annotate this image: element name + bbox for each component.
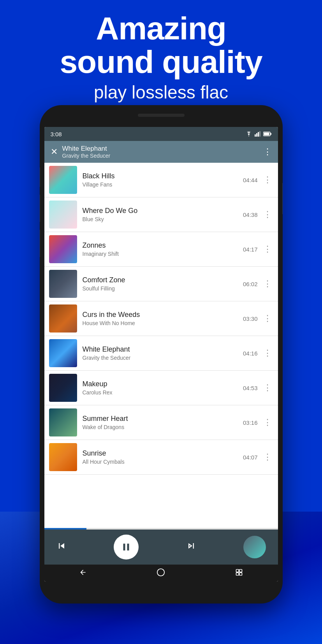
track-album-6: Carolus Rex [83,389,243,396]
status-time: 3:08 [51,131,62,137]
track-more-button-4[interactable]: ⋮ [262,312,273,325]
progress-bar[interactable] [44,528,278,530]
phone-screen: 3:08 [44,127,278,582]
header-line1: Amazing sound quality [0,12,322,79]
track-item-0[interactable]: Black HillsVillage Fans04:44⋮ [44,163,278,197]
back-button[interactable] [79,568,87,578]
now-playing-bar[interactable]: ✕ White Elephant Gravity the Seducer ⋮ [44,141,278,163]
track-album-art-0 [49,166,77,194]
bottom-player [44,530,278,565]
track-album-7: Wake of Dragons [83,424,243,430]
track-duration-6: 04:53 [243,385,258,391]
track-more-button-2[interactable]: ⋮ [262,243,273,256]
track-album-art-2 [49,235,77,263]
track-album-art-8 [49,443,77,471]
track-item-3[interactable]: Comfort ZoneSoulful Filling06:02⋮ [44,267,278,301]
track-info-1: Where Do We GoBlue Sky [83,207,243,222]
track-info-4: Curs in the WeedsHouse With No Home [83,311,243,326]
track-name-2: Zonnes [83,241,243,250]
track-info-0: Black HillsVillage Fans [83,172,243,188]
track-duration-5: 04:16 [243,350,258,357]
svg-rect-10 [236,572,239,575]
track-name-4: Curs in the Weeds [83,311,243,319]
svg-point-7 [157,568,164,575]
track-album-art-5 [49,339,77,367]
now-playing-subtitle: Gravity the Seducer [62,153,263,159]
track-more-button-8[interactable]: ⋮ [262,450,273,464]
track-item-2[interactable]: ZonnesImaginary Shift04:17⋮ [44,232,278,267]
track-more-button-0[interactable]: ⋮ [262,173,273,187]
close-button[interactable]: ✕ [51,147,58,157]
phone-speaker [138,114,185,117]
status-icons [245,131,272,137]
track-duration-3: 06:02 [243,281,258,287]
track-album-art-7 [49,408,77,436]
next-button[interactable] [186,540,197,554]
track-album-3: Soulful Filling [83,285,243,292]
track-album-8: All Hour Cymbals [83,459,243,465]
battery-icon [263,132,272,136]
track-item-6[interactable]: MakeupCarolus Rex04:53⋮ [44,371,278,405]
track-album-4: House With No Home [83,320,243,326]
header-subtitle: play lossless flac [0,82,322,103]
signal-icon [255,131,261,137]
wifi-icon [245,131,252,137]
track-list: Black HillsVillage Fans04:44⋮Where Do We… [44,163,278,528]
pause-button[interactable] [114,535,139,560]
track-item-1[interactable]: Where Do We GoBlue Sky04:38⋮ [44,197,278,232]
track-more-button-5[interactable]: ⋮ [262,347,273,360]
track-name-7: Summer Heart [83,415,243,423]
track-duration-1: 04:38 [243,211,258,218]
svg-rect-11 [239,572,242,575]
now-playing-title: White Elephant [62,145,263,153]
track-name-0: Black Hills [83,172,243,180]
track-info-3: Comfort ZoneSoulful Filling [83,276,243,292]
track-duration-2: 04:17 [243,246,258,253]
svg-rect-2 [258,132,259,137]
svg-rect-9 [239,569,242,572]
track-duration-8: 04:07 [243,454,258,461]
track-item-8[interactable]: SunriseAll Hour Cymbals04:07⋮ [44,440,278,475]
track-info-7: Summer HeartWake of Dragons [83,415,243,430]
track-item-7[interactable]: Summer HeartWake of Dragons03:16⋮ [44,405,278,440]
track-album-art-1 [49,201,77,229]
track-name-1: Where Do We Go [83,207,243,215]
phone-frame: 3:08 [40,105,283,604]
pause-icon [120,541,132,553]
track-album-art-3 [49,270,77,298]
svg-rect-1 [256,133,257,137]
home-button[interactable] [157,568,165,579]
track-more-button-7[interactable]: ⋮ [262,416,273,429]
track-album-5: Gravity the Seducer [83,355,243,361]
track-album-1: Blue Sky [83,216,243,222]
status-bar: 3:08 [44,127,278,141]
track-info-2: ZonnesImaginary Shift [83,241,243,257]
svg-rect-5 [270,133,271,135]
track-name-8: Sunrise [83,449,243,457]
svg-rect-6 [264,133,269,135]
track-item-4[interactable]: Curs in the WeedsHouse With No Home03:30… [44,301,278,336]
track-more-button-1[interactable]: ⋮ [262,208,273,221]
track-name-6: Makeup [83,380,243,388]
track-item-5[interactable]: White ElephantGravity the Seducer04:16⋮ [44,336,278,371]
svg-rect-0 [255,134,256,137]
now-playing-album-art[interactable] [243,536,266,558]
now-playing-info: White Elephant Gravity the Seducer [62,145,263,159]
phone-volume-up-button [40,167,40,187]
more-options-button[interactable]: ⋮ [263,147,272,157]
track-more-button-6[interactable]: ⋮ [262,381,273,394]
track-name-5: White Elephant [83,345,243,354]
svg-rect-3 [259,131,260,137]
track-duration-4: 03:30 [243,315,258,322]
track-album-2: Imaginary Shift [83,251,243,257]
phone-mute-button [40,230,40,257]
previous-button[interactable] [56,540,67,554]
phone-volume-down-button [40,195,40,222]
svg-rect-8 [236,569,239,572]
recents-button[interactable] [235,568,243,578]
track-album-art-6 [49,374,77,402]
track-more-button-3[interactable]: ⋮ [262,277,273,290]
track-name-3: Comfort Zone [83,276,243,284]
track-album-art-4 [49,304,77,333]
track-info-6: MakeupCarolus Rex [83,380,243,396]
